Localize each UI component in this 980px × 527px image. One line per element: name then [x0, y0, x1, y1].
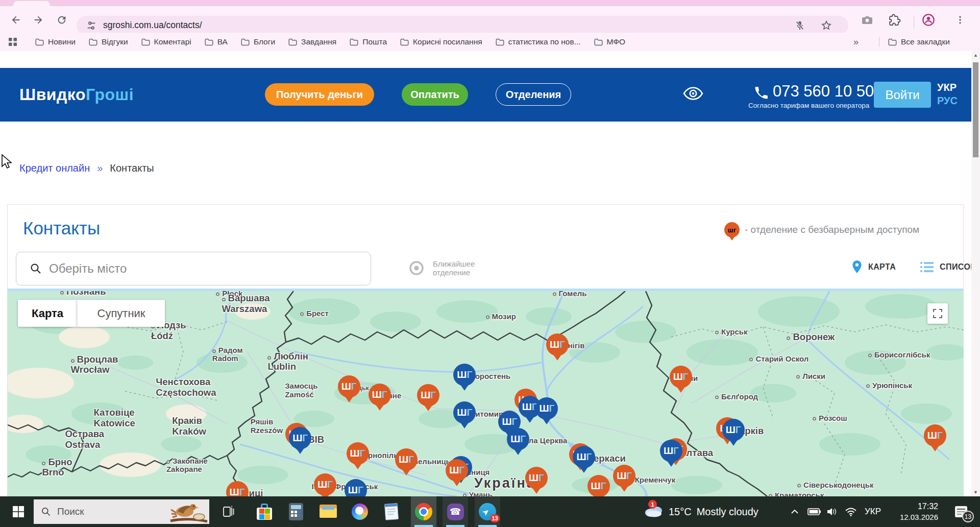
branch-marker-accessible[interactable]: ШГ [525, 467, 548, 489]
view-map-button[interactable]: КАРТА [868, 262, 896, 272]
branch-marker-accessible[interactable]: ШГ [670, 366, 692, 388]
site-info-icon[interactable] [86, 20, 97, 31]
notification-center-button[interactable]: 13 [947, 496, 975, 527]
lang-ukr[interactable]: УКР [937, 82, 957, 93]
branches-button[interactable]: Отделения [496, 83, 571, 106]
taskbar-app-store[interactable] [252, 496, 277, 527]
bookmark-folder[interactable]: Корисні посилання [394, 35, 489, 49]
branch-marker[interactable]: ШГ [453, 364, 476, 386]
branch-marker-accessible[interactable]: ШГ [314, 473, 336, 496]
telegram-icon: ➤ 13 [479, 503, 496, 520]
lang-rus[interactable]: РУС [937, 95, 958, 107]
branch-marker-accessible[interactable]: ШГ [347, 442, 369, 465]
tray-chevron-button[interactable] [787, 496, 802, 527]
tray-language[interactable]: УКР [865, 496, 881, 527]
telegram-badge: 13 [490, 514, 500, 522]
map-label: ЗакопанеZakopane [166, 457, 208, 474]
bookmark-folder[interactable]: Блоги [234, 35, 282, 49]
branch-marker[interactable]: ШГ [507, 428, 529, 450]
start-button[interactable] [7, 496, 30, 527]
map-label: РадомRadom [212, 346, 243, 364]
branch-marker-accessible[interactable]: ШГ [546, 333, 569, 356]
screenshot-camera-button[interactable] [861, 13, 874, 27]
bookmarks-bar: НовиниВідгукиКоментаріВАБлогиЗавданняПош… [0, 33, 980, 51]
accessibility-eye-button[interactable] [683, 86, 703, 103]
task-view-button[interactable] [216, 496, 240, 527]
taskbar-app-telegram[interactable]: ➤ 13 [475, 496, 500, 527]
branch-marker-accessible[interactable]: ШГ [369, 384, 391, 406]
weather-desc: Mostly cloudy [697, 506, 758, 518]
taskbar-app-file-explorer[interactable] [315, 496, 341, 527]
scrollbar-thumb[interactable] [973, 62, 978, 157]
branch-marker-accessible[interactable]: ШГ [587, 475, 610, 496]
all-bookmarks-button[interactable]: Все закладки [888, 33, 950, 51]
url-text[interactable]: sgroshi.com.ua/contacts/ [103, 20, 202, 31]
taskbar-app-viber[interactable]: ☎ [443, 496, 468, 527]
search-highlight-bird-image[interactable] [169, 500, 208, 524]
reload-button[interactable] [55, 13, 68, 27]
get-money-button[interactable]: Получить деньги [265, 83, 374, 106]
site-logo[interactable]: ШвидкоГроші [19, 85, 134, 104]
branch-marker-accessible[interactable]: ШГ [395, 448, 418, 471]
calculator-icon [289, 503, 303, 520]
branch-marker-accessible[interactable]: ШГ [446, 459, 468, 482]
city-search[interactable] [16, 252, 371, 285]
map-type-satellite-button[interactable]: Супутник [77, 300, 165, 327]
map-fullscreen-button[interactable] [927, 303, 948, 324]
accessible-branch-legend: шг - отделение с безбарьерным доступом [724, 222, 919, 237]
login-button[interactable]: Войти [874, 82, 931, 108]
bookmark-folder[interactable]: Завдання [282, 35, 343, 49]
forward-button[interactable] [32, 13, 45, 27]
bookmark-folder[interactable]: ВА [198, 35, 234, 49]
bookmark-star-icon[interactable] [821, 20, 832, 31]
tray-battery[interactable] [805, 496, 823, 527]
pay-button[interactable]: Оплатить [402, 83, 468, 106]
view-toggle: КАРТА СПИСОК [852, 260, 975, 274]
extensions-button[interactable] [888, 13, 901, 27]
nearest-branch-button[interactable]: Ближайшее отделение [407, 259, 475, 277]
branch-marker[interactable]: ШГ [660, 440, 682, 462]
bookmark-folder[interactable]: Новини [29, 35, 82, 49]
browser-active-tab[interactable] [13, 1, 50, 6]
tray-volume[interactable] [824, 496, 840, 527]
mouse-cursor [1, 154, 12, 170]
phone-number[interactable]: 073 560 10 50 [773, 82, 874, 101]
bookmark-folder[interactable]: статистика по нов... [489, 35, 587, 49]
taskbar-app-chrome[interactable] [411, 496, 436, 527]
branch-marker-accessible[interactable]: ШГ [417, 384, 439, 406]
back-button[interactable] [9, 13, 22, 27]
taskbar-app-copilot[interactable] [347, 496, 373, 527]
browser-menu-button[interactable] [953, 13, 967, 27]
bookmark-folder[interactable]: МФО [587, 35, 632, 49]
taskbar-app-notepad[interactable] [379, 496, 404, 527]
bookmarks-overflow-button[interactable]: » [853, 33, 859, 51]
taskbar-search[interactable] [34, 499, 209, 524]
folder-icon [288, 38, 297, 46]
view-list-button[interactable]: СПИСОК [940, 262, 975, 272]
branch-marker-accessible[interactable]: ШГ [613, 465, 635, 487]
apps-grid-button[interactable] [8, 37, 17, 49]
taskbar-weather[interactable]: 1 15°C Mostly cloudy [644, 496, 758, 527]
branch-marker-accessible[interactable]: ШГ [338, 375, 360, 398]
branch-marker-accessible[interactable]: ШГ [924, 424, 946, 447]
branch-marker[interactable]: ШГ [722, 419, 745, 441]
folder-icon [400, 38, 409, 46]
scrollbar-down-arrow[interactable]: ▼ [971, 488, 980, 496]
folder-icon [241, 38, 250, 46]
branches-map[interactable]: ПознаньPłockВаршаваWarszawaБрестГомельМо… [8, 291, 964, 496]
map-type-map-button[interactable]: Карта [18, 300, 77, 327]
scrollbar-up-arrow[interactable]: ▲ [971, 51, 980, 59]
profile-avatar[interactable] [922, 13, 935, 27]
bookmark-folder[interactable]: Відгуки [82, 35, 135, 49]
city-search-input[interactable] [49, 261, 335, 276]
mic-off-icon[interactable] [794, 20, 805, 31]
breadcrumb-link[interactable]: Кредит онлайн [19, 162, 90, 174]
tray-wifi[interactable] [842, 496, 860, 527]
viber-icon: ☎ [447, 504, 464, 520]
page-scrollbar[interactable]: ▲ ▼ [971, 51, 980, 496]
bookmark-folder[interactable]: Коментарі [135, 35, 198, 49]
bookmark-folder[interactable]: Пошта [343, 35, 394, 49]
taskbar-app-calculator[interactable] [283, 496, 309, 527]
tray-clock[interactable]: 17:32 12.03.2026 [882, 496, 938, 527]
taskbar-search-input[interactable] [57, 506, 149, 517]
